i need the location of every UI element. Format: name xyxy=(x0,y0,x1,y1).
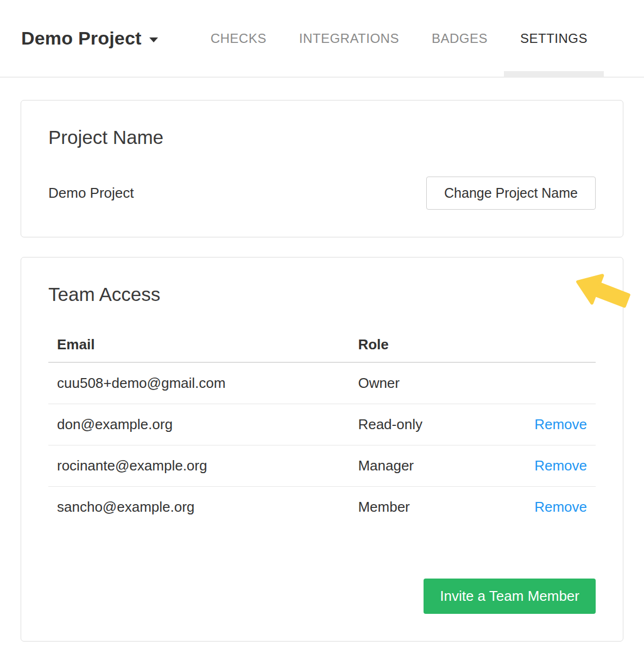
team-access-card: Team Access Email Role cuu508+demo@gmail… xyxy=(21,257,623,641)
project-switcher[interactable]: Demo Project xyxy=(21,28,158,49)
table-row: sancho@example.org Member Remove xyxy=(48,486,596,527)
member-action-cell: Remove xyxy=(514,404,596,445)
current-project-name: Demo Project xyxy=(48,185,134,202)
member-email: rocinante@example.org xyxy=(48,445,349,486)
remove-member-link[interactable]: Remove xyxy=(534,416,587,432)
role-column-header: Role xyxy=(349,336,513,362)
remove-member-link[interactable]: Remove xyxy=(534,499,587,515)
app-header: Demo Project CHECKS INTEGRATIONS BADGES … xyxy=(0,0,644,78)
tab-checks[interactable]: CHECKS xyxy=(194,0,283,77)
remove-member-link[interactable]: Remove xyxy=(534,457,587,474)
table-row: cuu508+demo@gmail.com Owner xyxy=(48,362,596,404)
project-name-card: Project Name Demo Project Change Project… xyxy=(21,100,623,237)
member-role: Owner xyxy=(349,362,513,404)
team-access-card-title: Team Access xyxy=(48,284,596,305)
tab-integrations[interactable]: INTEGRATIONS xyxy=(283,0,415,77)
member-role: Member xyxy=(349,486,513,527)
project-name-card-title: Project Name xyxy=(48,127,596,148)
member-action-cell: Remove xyxy=(514,445,596,486)
email-column-header: Email xyxy=(48,336,349,362)
member-email: cuu508+demo@gmail.com xyxy=(48,362,349,404)
member-role: Read-only xyxy=(349,404,513,445)
tab-badges[interactable]: BADGES xyxy=(415,0,504,77)
project-title: Demo Project xyxy=(21,28,142,49)
team-members-table: Email Role cuu508+demo@gmail.com Owner d… xyxy=(48,336,596,527)
main-nav: CHECKS INTEGRATIONS BADGES SETTINGS xyxy=(194,0,604,77)
chevron-down-icon xyxy=(149,37,158,42)
action-column-header xyxy=(514,336,596,362)
member-action-cell xyxy=(514,362,596,404)
tab-settings[interactable]: SETTINGS xyxy=(504,0,604,77)
invite-team-member-button[interactable]: Invite a Team Member xyxy=(424,579,596,614)
member-action-cell: Remove xyxy=(514,486,596,527)
table-header-row: Email Role xyxy=(48,336,596,362)
table-row: rocinante@example.org Manager Remove xyxy=(48,445,596,486)
table-row: don@example.org Read-only Remove xyxy=(48,404,596,445)
change-project-name-button[interactable]: Change Project Name xyxy=(426,177,596,210)
settings-page: Project Name Demo Project Change Project… xyxy=(0,78,644,642)
member-role: Manager xyxy=(349,445,513,486)
member-email: sancho@example.org xyxy=(48,486,349,527)
member-email: don@example.org xyxy=(48,404,349,445)
